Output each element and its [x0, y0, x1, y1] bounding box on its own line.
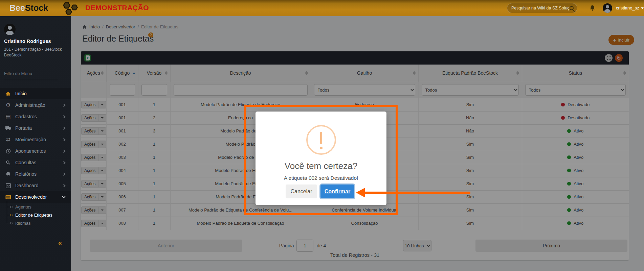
wiki-search[interactable]: [507, 3, 577, 13]
sidebar-item-relatorios[interactable]: Relatórios: [0, 168, 71, 180]
sidebar-item-label: Consultas: [15, 160, 63, 165]
notifications-bell-icon[interactable]: [589, 4, 596, 13]
user-avatar[interactable]: [603, 3, 612, 13]
developer-submenu: Agentes Editor de Etiquetas Idiomas: [0, 203, 71, 227]
truck-icon: [4, 126, 12, 130]
dialog-title: Você tem certeza?: [256, 161, 386, 171]
chart-icon: [4, 183, 12, 188]
sidebar-item-consultas[interactable]: Consultas: [0, 157, 71, 168]
chevron-icon: [62, 103, 66, 107]
submenu-item-label: Idiomas: [15, 221, 31, 226]
chevron-icon: [62, 138, 66, 141]
sidebar-collapse-button[interactable]: «: [58, 239, 62, 247]
brand-bee: Bee: [9, 3, 25, 13]
bullet-icon: [10, 222, 13, 224]
bullet-icon: [10, 214, 13, 216]
sidebar-item-label: Dashboard: [15, 183, 63, 188]
confirm-button[interactable]: Confirmar: [320, 184, 354, 198]
menu-filter-input[interactable]: Filtro de Menu: [4, 71, 32, 76]
sidebar-menu: Início ⚙ Administração ▤ Cadastros Porta…: [0, 88, 71, 227]
honeycomb-logo-icon: [63, 1, 80, 15]
confirmation-dialog: Você tem certeza? A etiqueta 002 será De…: [256, 112, 386, 205]
sidebar-user-name: Cristiano Rodrigues: [4, 39, 51, 44]
environment-label: DEMONSTRAÇÃO: [85, 4, 149, 12]
sidebar-item-movimentacao[interactable]: ⇄ Movimentação: [0, 134, 71, 145]
home-icon: [4, 91, 12, 96]
sidebar-user-unit: BeeStock: [4, 52, 21, 58]
sidebar-item-administracao[interactable]: ⚙ Administração: [0, 99, 71, 111]
printer-icon: [4, 172, 12, 177]
keyboard-icon: [4, 195, 12, 199]
chevron-icon: [62, 161, 66, 164]
sidebar-avatar: [4, 24, 16, 35]
sidebar: Cristiano Rodrigues 161 - Demonstração -…: [0, 16, 71, 271]
submenu-item-label: Agentes: [15, 204, 31, 210]
chevron-icon: [62, 184, 66, 187]
submenu-item-label: Editor de Etiquetas: [15, 213, 52, 218]
gears-icon: ⚙: [4, 102, 12, 108]
chevron-icon: [62, 149, 66, 153]
cancel-button[interactable]: Cancelar: [286, 184, 317, 198]
sidebar-item-dashboard[interactable]: Dashboard: [0, 180, 71, 191]
clock-icon: [4, 149, 12, 154]
chevron-icon: [62, 126, 66, 130]
brand-logo: BeeStock: [9, 3, 48, 13]
warning-icon: [306, 125, 336, 155]
sidebar-item-label: Relatórios: [15, 171, 63, 177]
list-icon: ▤: [4, 114, 12, 119]
chevron-icon: [62, 115, 66, 118]
sidebar-item-label: Apontamentos: [15, 148, 63, 154]
search-icon: [4, 160, 12, 165]
sidebar-item-label: Início: [15, 91, 71, 96]
sidebar-item-label: Desenvolvedor: [15, 194, 63, 200]
bullet-icon: [10, 206, 13, 208]
sidebar-item-desenvolvedor[interactable]: Desenvolvedor: [0, 191, 71, 203]
sidebar-item-label: Cadastros: [15, 114, 63, 119]
sidebar-item-label: Movimentação: [15, 137, 63, 142]
wiki-search-input[interactable]: [511, 5, 570, 11]
submenu-item-agentes[interactable]: Agentes: [0, 203, 71, 211]
submenu-item-idiomas[interactable]: Idiomas: [0, 219, 71, 227]
top-header: BeeStock DEMONSTRAÇÃO cristiano_sz: [0, 0, 644, 16]
sidebar-item-cadastros[interactable]: ▤ Cadastros: [0, 111, 71, 122]
chevron-down-icon: [641, 7, 644, 9]
sidebar-user-company: 161 - Demonstração - BeeStock: [4, 47, 62, 52]
brand-stock: Stock: [25, 3, 48, 13]
user-menu[interactable]: cristiano_sz: [616, 5, 644, 10]
username-label: cristiano_sz: [616, 5, 639, 10]
sidebar-item-portaria[interactable]: Portaria: [0, 122, 71, 134]
chevron-icon: [62, 172, 66, 176]
sidebar-item-label: Portaria: [15, 125, 63, 131]
swap-icon: ⇄: [4, 137, 12, 142]
submenu-item-editor-de-etiquetas[interactable]: Editor de Etiquetas: [0, 211, 71, 219]
dialog-message: A etiqueta 002 será Desativado!: [256, 175, 386, 181]
menu-filter-underline: [4, 80, 58, 80]
sidebar-item-inicio[interactable]: Início: [0, 88, 71, 99]
sidebar-item-apontamentos[interactable]: Apontamentos: [0, 145, 71, 157]
chevron-icon: [62, 195, 66, 198]
search-icon: [570, 6, 574, 10]
sidebar-item-label: Administração: [15, 102, 63, 108]
